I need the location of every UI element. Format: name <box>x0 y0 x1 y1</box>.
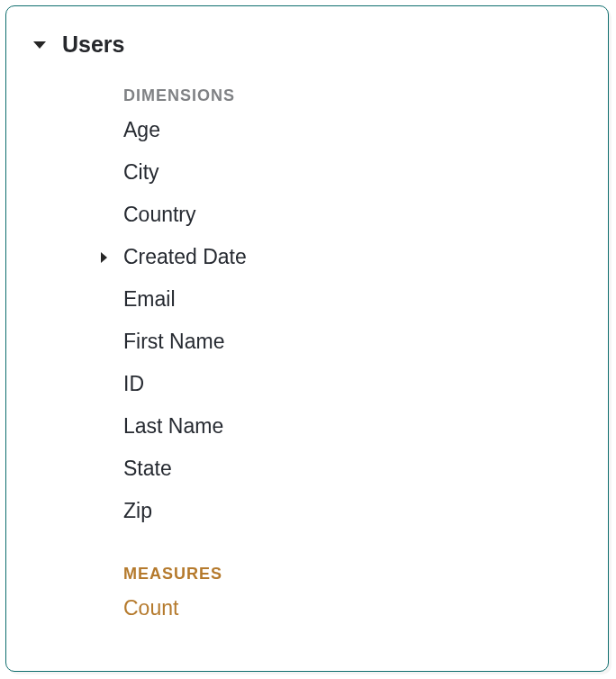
dimension-field-city[interactable]: City <box>6 151 608 194</box>
field-label: State <box>123 457 172 481</box>
field-label: Created Date <box>123 245 247 269</box>
dimension-field-last-name[interactable]: Last Name <box>6 405 608 448</box>
dimension-field-country[interactable]: Country <box>6 194 608 236</box>
dimension-field-age[interactable]: Age <box>6 109 608 151</box>
field-label: Email <box>123 287 176 312</box>
dimension-field-state[interactable]: State <box>6 448 608 490</box>
field-picker-panel: Users DIMENSIONS Age City Country Create… <box>5 5 609 672</box>
dimension-field-email[interactable]: Email <box>6 278 608 321</box>
field-label: Age <box>123 118 160 142</box>
field-label: Last Name <box>123 414 223 439</box>
measure-field-count[interactable]: Count <box>6 587 608 629</box>
field-label: Count <box>123 596 178 620</box>
field-label: First Name <box>123 330 224 354</box>
field-label: ID <box>123 372 144 396</box>
dimension-field-id[interactable]: ID <box>6 363 608 405</box>
measures-header: MEASURES <box>6 532 608 587</box>
field-label: Country <box>123 203 196 227</box>
dimensions-header: DIMENSIONS <box>6 61 608 109</box>
view-users[interactable]: Users <box>6 28 608 61</box>
dimension-field-first-name[interactable]: First Name <box>6 321 608 363</box>
caret-right-icon <box>101 252 107 263</box>
view-label: Users <box>62 32 125 58</box>
dimension-field-zip[interactable]: Zip <box>6 490 608 532</box>
field-label: City <box>123 160 159 185</box>
dimension-field-created-date[interactable]: Created Date <box>6 236 608 278</box>
caret-down-icon <box>33 41 46 49</box>
field-label: Zip <box>123 499 152 523</box>
